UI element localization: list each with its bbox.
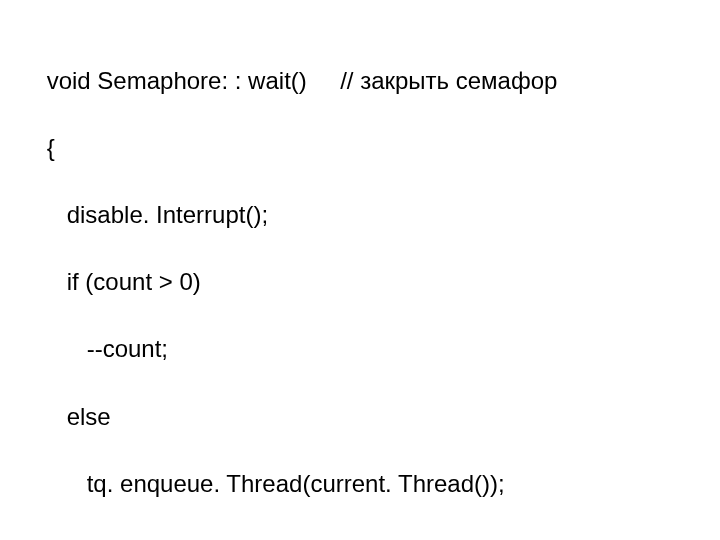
code-block: void Semaphore: : wait() // закрыть сема… (0, 0, 720, 540)
code-line-6: else (40, 400, 680, 434)
code-line-2: { (40, 131, 680, 165)
code-text: void Semaphore: : wait() (40, 67, 340, 94)
code-line-5: --count; (40, 332, 680, 366)
code-line-8: enable. Interrupt(); (40, 534, 680, 540)
code-line-7: tq. enqueue. Thread(current. Thread()); (40, 467, 680, 501)
code-line-1: void Semaphore: : wait() // закрыть сема… (40, 64, 680, 98)
code-line-4: if (count > 0) (40, 265, 680, 299)
code-line-3: disable. Interrupt(); (40, 198, 680, 232)
code-comment: // закрыть семафор (340, 67, 557, 94)
